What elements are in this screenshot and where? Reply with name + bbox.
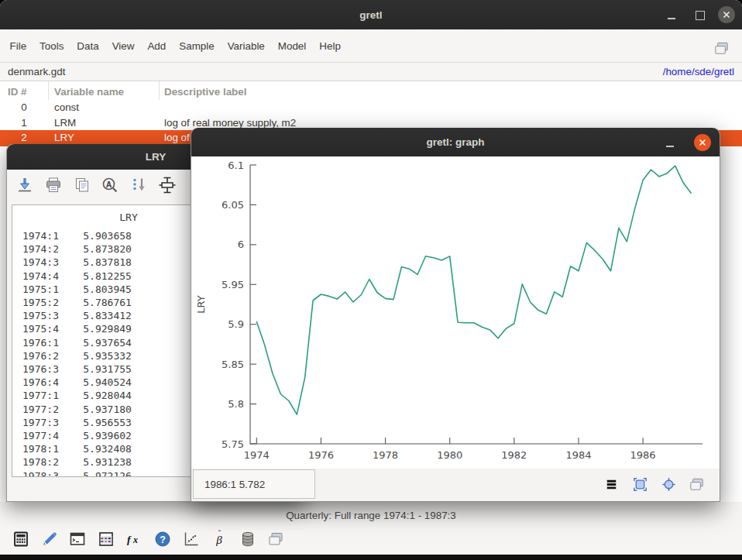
beta-hat-icon[interactable]: βˆ xyxy=(210,530,228,548)
minimize-button[interactable] xyxy=(666,6,677,23)
observation-row[interactable]: 1977:1 5.928044 xyxy=(22,389,132,402)
variable-name: LRM xyxy=(54,117,76,129)
x-tick-label: 1976 xyxy=(308,449,334,461)
sort-icon[interactable] xyxy=(129,176,148,194)
pencil-icon[interactable] xyxy=(40,530,59,548)
y-tick-label: 5.9 xyxy=(228,318,244,330)
column-separator xyxy=(48,81,49,100)
y-axis-label: LRY xyxy=(195,295,207,313)
observation-row[interactable]: 1975:4 5.929849 xyxy=(22,322,132,335)
windows-icon[interactable] xyxy=(266,530,285,548)
save-icon[interactable] xyxy=(15,176,34,194)
pan-icon[interactable] xyxy=(660,476,678,493)
graph-footer: 1986:1 5.782 xyxy=(191,469,720,500)
menu-view[interactable]: View xyxy=(105,37,141,55)
table-header: ID # Variable name Descriptive label xyxy=(0,81,742,100)
variable-name: const xyxy=(54,101,79,113)
svg-text:A: A xyxy=(106,180,112,189)
console-icon[interactable] xyxy=(68,530,87,548)
graph-coordinate-box: 1986:1 5.782 xyxy=(193,469,315,499)
plot-area[interactable]: 5.755.85.855.95.9566.056.119741976197819… xyxy=(191,156,720,469)
menu-add[interactable]: Add xyxy=(141,37,173,55)
copy-icon[interactable] xyxy=(73,176,91,194)
menu-model[interactable]: Model xyxy=(271,37,312,55)
path-bar: denmark.gdt /home/sde/gretl xyxy=(0,63,742,81)
graph-titlebar[interactable]: gretl: graph xyxy=(191,128,720,156)
observation-row[interactable]: 1974:4 5.812255 xyxy=(22,270,132,283)
series-box-icon[interactable] xyxy=(158,176,177,194)
col-header-id[interactable]: ID # xyxy=(8,86,27,98)
observation-row[interactable]: 1976:4 5.940524 xyxy=(22,376,132,389)
windows-icon[interactable] xyxy=(713,40,730,57)
graph-coordinate-value: 1986:1 5.782 xyxy=(204,479,265,490)
list-column-header: LRY xyxy=(22,211,138,224)
status-bar: Quarterly: Full range 1974:1 - 1987:3 xyxy=(0,502,742,528)
close-icon xyxy=(699,139,706,146)
database-icon[interactable] xyxy=(239,530,257,548)
observation-row[interactable]: 1975:1 5.803945 xyxy=(22,283,132,296)
y-tick-label: 6.05 xyxy=(222,199,244,211)
x-tick-label: 1982 xyxy=(501,449,527,461)
main-titlebar[interactable]: gretl xyxy=(0,0,742,29)
x-tick-label: 1978 xyxy=(373,449,398,461)
observation-row[interactable]: 1978:1 5.932408 xyxy=(22,442,132,455)
col-header-name[interactable]: Variable name xyxy=(54,86,124,98)
x-tick-label: 1980 xyxy=(437,449,462,461)
observation-row[interactable]: 1974:2 5.873820 xyxy=(22,242,132,256)
spreadsheet-icon[interactable] xyxy=(97,530,115,548)
observation-row[interactable]: 1977:2 5.937180 xyxy=(22,403,132,416)
col-header-label[interactable]: Descriptive label xyxy=(164,86,246,98)
svg-text:?: ? xyxy=(160,534,166,545)
x-tick-label: 1986 xyxy=(630,449,656,461)
observation-row[interactable]: 1977:4 5.939602 xyxy=(22,429,132,442)
lry-window-title: LRY xyxy=(146,151,167,163)
observation-row[interactable]: 1975:2 5.786761 xyxy=(22,296,132,309)
y-tick-label: 5.8 xyxy=(228,398,244,410)
help-icon[interactable]: ? xyxy=(153,530,172,548)
observation-row[interactable]: 1978:2 5.931238 xyxy=(22,455,132,469)
observation-row[interactable]: 1978:3 5.972126 xyxy=(22,469,132,477)
menu-help[interactable]: Help xyxy=(313,37,348,55)
graph-minimize-button[interactable] xyxy=(665,134,675,151)
function-fx-icon[interactable]: fx xyxy=(125,530,143,548)
find-icon[interactable]: A xyxy=(101,176,119,194)
menu-data[interactable]: Data xyxy=(70,37,105,55)
menu-tools[interactable]: Tools xyxy=(33,37,70,55)
graph-close-button[interactable] xyxy=(694,134,711,151)
x-tick-label: 1984 xyxy=(565,449,591,461)
close-button[interactable] xyxy=(718,6,735,23)
observation-row[interactable]: 1976:1 5.937654 xyxy=(22,336,132,349)
y-tick-label: 6.1 xyxy=(228,160,244,171)
zoom-icon[interactable] xyxy=(631,476,649,493)
menu-bar: FileToolsDataViewAddSampleVariableModelH… xyxy=(0,29,742,63)
menu-icon[interactable] xyxy=(603,476,620,493)
observation-row[interactable]: 1975:3 5.833412 xyxy=(22,309,132,322)
y-tick-label: 5.85 xyxy=(222,359,244,370)
variable-row-const[interactable]: 0 const xyxy=(0,100,742,115)
variable-id: 0 xyxy=(0,101,48,113)
observation-row[interactable]: 1974:3 5.837818 xyxy=(22,256,132,269)
y-tick-label: 5.75 xyxy=(222,438,244,450)
svg-text:f: f xyxy=(127,534,132,545)
graph-window: gretl: graph 5.755.85.855.95.9566.056.11… xyxy=(191,128,720,502)
observation-row[interactable]: 1977:3 5.956553 xyxy=(22,416,132,429)
plot-axes xyxy=(250,165,702,444)
svg-text:x: x xyxy=(132,534,138,545)
graph-window-title: gretl: graph xyxy=(426,136,484,148)
column-separator xyxy=(159,81,160,100)
menu-variable[interactable]: Variable xyxy=(221,37,271,55)
windows-icon[interactable] xyxy=(688,476,706,493)
scatter-plot-icon[interactable] xyxy=(182,530,201,548)
workdir-link[interactable]: /home/sde/gretl xyxy=(663,66,734,77)
menu-sample[interactable]: Sample xyxy=(173,37,221,55)
observation-row[interactable]: 1976:2 5.935332 xyxy=(22,349,132,362)
variable-id: 2 xyxy=(0,132,48,143)
calculator-icon[interactable] xyxy=(12,530,30,548)
print-icon[interactable] xyxy=(44,176,63,194)
variable-label: log of real money supply, m2 xyxy=(164,117,296,129)
observation-row[interactable]: 1974:1 5.903658 xyxy=(22,229,132,242)
observation-row[interactable]: 1976:3 5.931755 xyxy=(22,362,132,376)
maximize-button[interactable] xyxy=(696,11,705,20)
menu-file[interactable]: File xyxy=(3,37,33,55)
variable-name: LRY xyxy=(54,132,74,143)
